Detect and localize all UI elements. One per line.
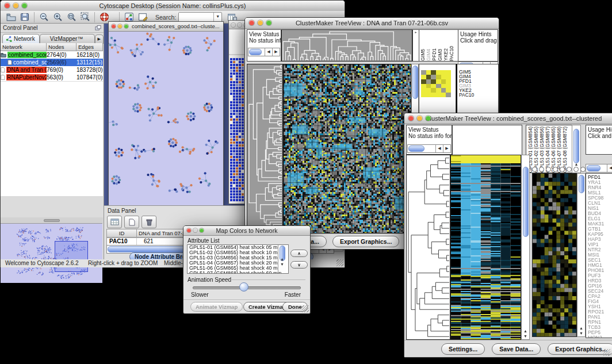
attribute-list-scrollbar[interactable]: ▲ ▼ [278, 245, 286, 272]
scroll-up-icon[interactable]: ▲ [522, 328, 529, 334]
new-attribute-icon[interactable] [124, 216, 139, 228]
vscroll-thumb[interactable] [573, 129, 579, 163]
move-up-button[interactable]: ∧ [290, 250, 308, 257]
search-input[interactable] [179, 13, 213, 21]
window-controls[interactable] [5, 3, 27, 8]
tv2-row-dendrogram-canvas[interactable] [406, 155, 450, 340]
treeview2-title: ClusterMaker TreeView : combined_scores_… [404, 113, 612, 124]
zoom-button[interactable] [266, 20, 271, 25]
network-list-empty-area[interactable] [1, 81, 103, 196]
frame2-close-button[interactable] [231, 23, 235, 27]
dialog-resize-grip[interactable] [302, 305, 309, 312]
minimize-button[interactable] [13, 3, 18, 8]
scroll-left-icon[interactable]: ◀ [607, 164, 612, 172]
open-session-icon[interactable] [4, 12, 18, 23]
scroll-left-icon[interactable]: ◀ [435, 145, 443, 152]
tv2-detail-column-dots [532, 164, 584, 171]
tv2-top-dendrogram-area[interactable] [452, 125, 522, 156]
scroll-down-icon[interactable]: ▼ [278, 262, 286, 267]
tv2-detail-vscrollbar[interactable]: ▲ ▼ [577, 173, 586, 337]
network-row-rnapuber[interactable]: RNAPuberNov2+ 563(0) 107847(0) [1, 74, 103, 81]
column-header-edges[interactable]: Edges [76, 43, 103, 51]
zoom-button[interactable] [22, 3, 27, 8]
scroll-up-icon[interactable]: ▲ [278, 256, 286, 262]
move-down-button[interactable]: ∨ [290, 261, 308, 269]
treeview-button[interactable]: Export Graphics... [548, 343, 612, 355]
search-dropdown-arrow-icon[interactable]: ▼ [213, 13, 221, 21]
panel-splitter[interactable] [1, 217, 103, 223]
tab-vizmapper[interactable]: VizMapper™ [40, 34, 95, 43]
main-resize-grip[interactable] [336, 259, 343, 266]
network-frame-1[interactable]: combined_scores_good.txt--cluste... [108, 21, 224, 206]
scroll-right-icon[interactable]: ▶ [443, 145, 450, 152]
animation-speed-slider-thumb[interactable] [239, 282, 248, 292]
search-combo[interactable]: ▼ [178, 12, 222, 22]
zoom-out-icon[interactable] [37, 12, 51, 23]
frame1-zoom-button[interactable] [124, 24, 128, 28]
treeview2-resize-grip[interactable] [603, 349, 610, 356]
similarity-matrix[interactable] [421, 70, 451, 97]
zoom-selected-icon[interactable] [78, 12, 92, 23]
network-overview-canvas[interactable] [1, 223, 102, 283]
tv2-heatmap-vscrollbar[interactable]: ▲ ▼ [521, 155, 530, 340]
scroll-down-icon[interactable]: ▼ [522, 334, 529, 339]
data-column-id[interactable]: ID [107, 229, 137, 237]
frame1-close-button[interactable] [112, 24, 116, 28]
tv1-column-dendrogram-canvas[interactable] [281, 29, 412, 62]
zoom-in-icon[interactable] [51, 12, 64, 23]
treeview-button[interactable]: Settings... [441, 343, 485, 355]
close-button[interactable] [187, 228, 191, 232]
tv2-usage-scrollbar[interactable]: ◀ ▶ [586, 164, 612, 173]
column-header-network[interactable]: Network [1, 43, 47, 51]
tv2-heatmap-canvas[interactable] [450, 155, 521, 340]
minimize-button[interactable] [417, 116, 422, 121]
animate-vizmap-button[interactable]: Animate Vizmap [190, 302, 243, 312]
status-zoom-hint: Right-click + drag to ZOOM [88, 260, 158, 266]
treeview1-title-bar[interactable]: ClusterMaker TreeView : DNA and Tran 07-… [245, 18, 499, 29]
close-button[interactable] [249, 20, 254, 25]
tv1-status-scrollbar[interactable]: ◀ ▶ [248, 48, 280, 56]
attribute-list[interactable]: GPL51-01 (GSM854) heat shock 05 minGPL51… [187, 244, 289, 274]
vscroll-thumb[interactable] [412, 66, 418, 99]
matrix-row-label: PAC10 [459, 93, 474, 98]
close-button[interactable] [408, 116, 414, 121]
attribute-list-item[interactable]: GPL51-07 (GSM868) heat shock 60 min [189, 271, 288, 274]
network-row-dna-tran[interactable]: DNA and Tran 07 769(0) 183728(0) [1, 66, 103, 74]
zoom-button[interactable] [200, 228, 204, 232]
scroll-left-icon[interactable]: ◀ [265, 48, 272, 56]
tv1-heatmap-canvas[interactable] [283, 64, 411, 233]
float-panel-icon[interactable] [95, 23, 101, 33]
vscroll-thumb[interactable] [579, 175, 584, 193]
network-row-combined-scores[interactable]: combined_scores 2764(0) 16218(0) [1, 51, 103, 59]
tv2-zoom-detail-canvas[interactable] [532, 173, 577, 337]
main-title-bar[interactable]: Cytoscape Desktop (Session Name: collins… [1, 1, 345, 12]
tv1-row-labels: GIM5GIM4PFD1GIM3YKE2PAC10 [459, 70, 474, 97]
select-attributes-icon[interactable] [107, 216, 122, 228]
frame2-minimize-button[interactable] [238, 23, 242, 27]
zoom-fit-icon[interactable] [64, 12, 78, 23]
scroll-down-icon[interactable]: ▼ [577, 331, 585, 336]
treeview-button[interactable]: Save Data... [492, 343, 541, 355]
column-header-nodes[interactable]: Nodes [47, 43, 76, 51]
delete-attribute-trash-icon[interactable] [141, 216, 156, 228]
treeview-button[interactable]: Export Graphics... [332, 236, 399, 247]
tv1-row-dendrogram-canvas[interactable] [247, 64, 283, 233]
scroll-up-icon[interactable]: ▲ [577, 325, 585, 331]
minimize-button[interactable] [193, 228, 197, 232]
network-row-combined-sco-selected[interactable]: combined_sco 2569(6) 13112(15) [1, 59, 103, 66]
network-view-canvas[interactable] [109, 32, 222, 205]
tv2-status-scrollbar[interactable]: ◀ ▶ [407, 144, 451, 153]
save-session-icon[interactable] [18, 12, 32, 23]
treeview2-title-bar[interactable]: ClusterMaker TreeView : combined_scores_… [404, 113, 612, 124]
vscroll-thumb[interactable] [523, 167, 529, 237]
close-button[interactable] [5, 3, 10, 8]
scroll-right-icon[interactable]: ▶ [272, 48, 280, 56]
matrix-column-label: GIM5 [420, 49, 426, 61]
tv2-gene-list[interactable]: PFD1YRA1RNR4MSL1SPC98CLN1NIS1BUD4ELG1MAK… [586, 173, 612, 338]
tab-overflow[interactable]: ▶ [95, 35, 104, 43]
zoom-button[interactable] [426, 116, 431, 121]
frame1-minimize-button[interactable] [118, 24, 122, 28]
minimize-button[interactable] [258, 20, 263, 25]
dialog-title-bar[interactable]: Map Colors to Network [183, 226, 310, 236]
tab-network[interactable]: Network [2, 34, 40, 43]
